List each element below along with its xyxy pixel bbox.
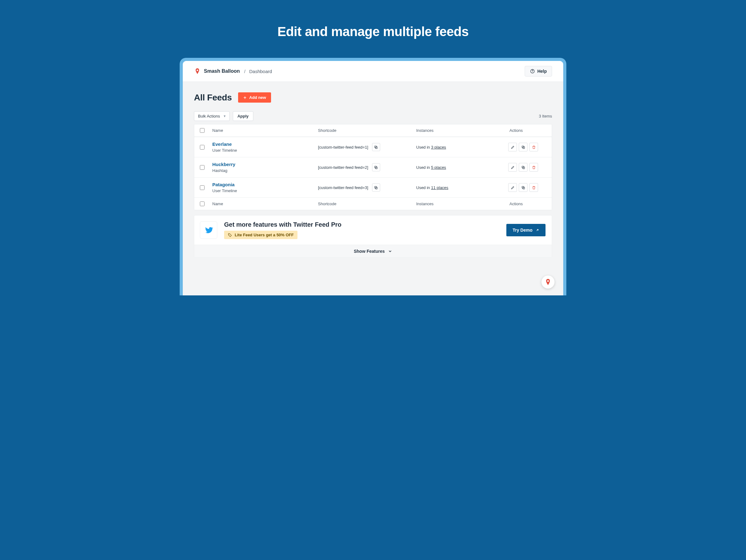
copy-icon: [521, 186, 525, 190]
chevron-down-icon: ▼: [223, 114, 226, 118]
copy-icon: [521, 165, 525, 169]
instances-text: Used in 3 places: [414, 145, 507, 149]
brand-name: Smash Balloon: [204, 68, 240, 74]
col-name-footer: Name: [210, 201, 315, 206]
pencil-icon: [511, 165, 515, 169]
add-new-label: Add new: [249, 95, 266, 100]
shortcode-text: [custom-twitter-feed feed=2]: [318, 165, 368, 170]
plus-icon: [243, 96, 247, 100]
edit-button[interactable]: [508, 143, 517, 151]
promo-badge-text: Lite Feed Users get a 50% OFF: [235, 232, 294, 237]
apply-button[interactable]: Apply: [233, 111, 253, 121]
trash-icon: [532, 186, 536, 190]
bulk-actions-select[interactable]: Bulk Actions ▼: [194, 111, 230, 121]
row-checkbox[interactable]: [200, 185, 204, 190]
instances-text: Used in 5 places: [414, 165, 507, 170]
select-all-checkbox-footer[interactable]: [200, 201, 204, 206]
copy-icon: [521, 145, 525, 149]
try-demo-button[interactable]: Try Demo: [506, 224, 546, 236]
copy-shortcode-button[interactable]: [372, 163, 380, 171]
col-instances-footer: Instances: [414, 201, 507, 206]
instances-link[interactable]: 11 places: [431, 185, 449, 190]
table-row: HuckberryHashtag[custom-twitter-feed fee…: [194, 157, 552, 177]
topbar: Smash Balloon / Dashboard Help: [183, 61, 563, 82]
delete-button[interactable]: [529, 163, 538, 172]
col-shortcode: Shortcode: [315, 128, 414, 133]
show-features-toggle[interactable]: Show Features: [194, 245, 552, 257]
col-actions-footer: Actions: [507, 201, 552, 206]
table-header: Name Shortcode Instances Actions: [194, 124, 552, 137]
table-row: EverlaneUser Timeline[custom-twitter-fee…: [194, 137, 552, 157]
feed-type: User Timeline: [212, 148, 313, 153]
floating-support-button[interactable]: [542, 276, 554, 288]
edit-button[interactable]: [508, 163, 517, 172]
help-button-label: Help: [538, 69, 547, 74]
items-count: 3 Items: [539, 114, 552, 118]
duplicate-button[interactable]: [519, 183, 527, 192]
show-features-label: Show Features: [354, 249, 385, 254]
instances-text: Used in 11 places: [414, 185, 507, 190]
chevron-down-icon: [388, 249, 392, 253]
feed-name-link[interactable]: Huckberry: [212, 162, 313, 167]
promo-card: Get more features with Twitter Feed Pro …: [194, 215, 552, 258]
bulk-actions-label: Bulk Actions: [198, 114, 220, 118]
delete-button[interactable]: [529, 183, 538, 192]
svg-point-1: [532, 72, 533, 73]
shortcode-text: [custom-twitter-feed feed=3]: [318, 185, 368, 190]
instances-link[interactable]: 3 places: [431, 145, 446, 149]
row-checkbox[interactable]: [200, 145, 204, 149]
brand-logo-icon: [194, 68, 201, 75]
copy-icon: [374, 186, 378, 190]
feed-name-link[interactable]: Patagonia: [212, 182, 313, 187]
shortcode-text: [custom-twitter-feed feed=1]: [318, 145, 368, 149]
app-shell: Smash Balloon / Dashboard Help All Feeds: [180, 58, 566, 296]
breadcrumb: Dashboard: [249, 69, 272, 74]
help-button[interactable]: Help: [525, 66, 552, 77]
trash-icon: [532, 165, 536, 169]
tag-icon: [228, 233, 232, 237]
feed-name-link[interactable]: Everlane: [212, 141, 313, 147]
hero-title: Edit and manage multiple feeds: [176, 0, 570, 58]
copy-shortcode-button[interactable]: [372, 184, 380, 192]
copy-shortcode-button[interactable]: [372, 143, 380, 151]
col-instances: Instances: [414, 128, 507, 133]
duplicate-button[interactable]: [519, 163, 527, 172]
promo-badge: Lite Feed Users get a 50% OFF: [224, 231, 297, 239]
feed-type: Hashtag: [212, 168, 313, 173]
delete-button[interactable]: [529, 143, 538, 151]
feed-type: User Timeline: [212, 189, 313, 193]
twitter-icon: [200, 221, 217, 239]
col-shortcode-footer: Shortcode: [315, 201, 414, 206]
pencil-icon: [511, 145, 515, 149]
col-actions: Actions: [507, 128, 552, 133]
page-title: All Feeds: [194, 93, 232, 103]
help-icon: [530, 69, 535, 74]
col-name: Name: [210, 128, 315, 133]
svg-point-14: [229, 234, 229, 234]
try-demo-label: Try Demo: [513, 228, 533, 232]
brand: Smash Balloon / Dashboard: [194, 68, 272, 75]
copy-icon: [374, 165, 378, 169]
add-new-button[interactable]: Add new: [238, 92, 271, 103]
table-footer: Name Shortcode Instances Actions: [194, 197, 552, 210]
table-row: PatagoniaUser Timeline[custom-twitter-fe…: [194, 177, 552, 197]
row-checkbox[interactable]: [200, 165, 204, 170]
edit-button[interactable]: [508, 183, 517, 192]
promo-title: Get more features with Twitter Feed Pro: [224, 221, 341, 228]
select-all-checkbox[interactable]: [200, 128, 204, 133]
trash-icon: [532, 145, 536, 149]
copy-icon: [374, 145, 378, 149]
instances-link[interactable]: 5 places: [431, 165, 446, 170]
brand-logo-icon: [544, 278, 552, 286]
duplicate-button[interactable]: [519, 143, 527, 151]
breadcrumb-separator: /: [244, 69, 246, 74]
arrow-up-right-icon: [536, 228, 539, 232]
pencil-icon: [511, 186, 515, 190]
feeds-table: Name Shortcode Instances Actions Everlan…: [194, 124, 552, 210]
